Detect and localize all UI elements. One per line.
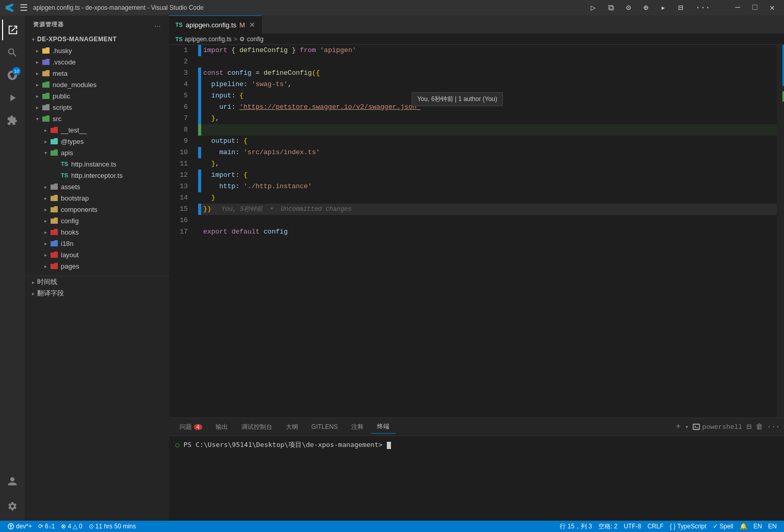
status-spaces[interactable]: 空格: 2 bbox=[595, 521, 620, 532]
sidebar-item-label: scripts bbox=[53, 104, 72, 111]
code-token: output bbox=[211, 136, 236, 147]
panel-dropdown-icon[interactable]: ▾ bbox=[685, 423, 689, 431]
chevron-right-icon: ▸ bbox=[41, 194, 50, 202]
sidebar-item-public[interactable]: ▸ public bbox=[25, 90, 169, 102]
close-button[interactable]: ✕ bbox=[765, 2, 779, 14]
sidebar-header: 资源管理器 ... bbox=[25, 15, 169, 34]
folder-open-icon bbox=[41, 114, 51, 123]
status-encoding[interactable]: UTF-8 bbox=[620, 521, 644, 532]
panel-tab-terminal[interactable]: 终端 bbox=[371, 420, 396, 434]
activity-explorer-icon[interactable] bbox=[2, 20, 23, 40]
tab-close-icon[interactable]: ✕ bbox=[249, 21, 255, 29]
sidebar-item-translation[interactable]: ▸ 翻译字段 bbox=[25, 288, 169, 299]
sidebar-item-node_modules[interactable]: ▸ node_modules bbox=[25, 79, 169, 90]
activity-run-icon[interactable] bbox=[2, 88, 23, 108]
sidebar-item-src[interactable]: ▾ src bbox=[25, 113, 169, 124]
activity-extensions-icon[interactable] bbox=[2, 110, 23, 131]
more-button[interactable]: ··· bbox=[691, 2, 714, 13]
sidebar-item-layout[interactable]: ▸ layout bbox=[25, 249, 169, 260]
sidebar-item-config[interactable]: ▸ config bbox=[25, 215, 169, 226]
panel-content[interactable]: ○ PS C:\Users\95141\Desktop\项目\de-xpos-m… bbox=[169, 436, 784, 521]
hamburger-menu-icon[interactable]: ☰ bbox=[20, 2, 28, 13]
code-line-16 bbox=[198, 215, 777, 226]
window-title: apipgen.config.ts - de-xpos-management -… bbox=[33, 4, 204, 11]
panel-actions: + ▾ powershell ⊟ 🗑 ··· bbox=[676, 422, 780, 432]
breadcrumb-ts-icon: TS bbox=[175, 36, 183, 42]
activity-account-icon[interactable] bbox=[2, 471, 23, 492]
panel-more-icon[interactable]: ··· bbox=[767, 423, 780, 431]
sidebar-item-scripts[interactable]: ▸ scripts bbox=[25, 102, 169, 113]
sidebar-item-http-instance[interactable]: ▸ TS http.instance.ts bbox=[25, 158, 169, 170]
tree-root[interactable]: ▾ DE-XPOS-MANAGEMENT bbox=[25, 34, 169, 45]
status-remote[interactable]: dev*+ bbox=[4, 521, 35, 532]
code-token: : bbox=[235, 136, 243, 147]
status-lang2[interactable]: EN bbox=[765, 521, 780, 532]
status-errors[interactable]: ⊗ 4 △ 0 bbox=[58, 521, 85, 532]
panel-tab-debug[interactable]: 调试控制台 bbox=[235, 421, 279, 434]
status-language[interactable]: { } TypeScript bbox=[666, 521, 709, 532]
layout-button2[interactable]: ⊙ bbox=[622, 2, 635, 14]
status-eol[interactable]: CRLF bbox=[644, 521, 666, 532]
sidebar-item-assets[interactable]: ▸ assets bbox=[25, 181, 169, 192]
sidebar-item-label: pages bbox=[61, 262, 79, 270]
panel-tab-output[interactable]: 输出 bbox=[209, 421, 234, 434]
sidebar-item-label: apis bbox=[61, 149, 73, 157]
breadcrumb-symbol[interactable]: config bbox=[247, 36, 264, 43]
tab-apipgen-config[interactable]: TS apipgen.config.ts M ✕ bbox=[169, 15, 262, 34]
code-line-3: const config = defineConfig ({ bbox=[198, 68, 777, 79]
status-sync[interactable]: ⟳ 6↓1 bbox=[35, 521, 58, 532]
code-line-8 bbox=[198, 124, 777, 136]
sidebar-item-meta[interactable]: ▸ meta bbox=[25, 68, 169, 79]
status-lang1[interactable]: EN bbox=[750, 521, 765, 532]
sidebar-item-bootstrap[interactable]: ▸ bootstrap bbox=[25, 192, 169, 204]
panel-tab-gitlens[interactable]: GITLENS bbox=[305, 421, 344, 433]
status-time[interactable]: ⊙ 11 hrs 50 mins bbox=[86, 521, 139, 532]
layout-button3[interactable]: ⊕ bbox=[639, 2, 652, 14]
sidebar-item-types[interactable]: ▸ @types bbox=[25, 136, 169, 147]
code-token bbox=[203, 90, 211, 102]
status-time-text: 11 hrs 50 mins bbox=[95, 523, 136, 530]
code-token: : bbox=[235, 147, 243, 158]
sidebar-more-button[interactable]: ... bbox=[155, 22, 161, 28]
panel-tab-comments[interactable]: 注释 bbox=[345, 421, 370, 434]
sidebar-item-pages[interactable]: ▸ pages bbox=[25, 260, 169, 272]
sidebar-item-components[interactable]: ▸ components bbox=[25, 204, 169, 215]
sidebar-item-http-interceptor[interactable]: ▸ TS http.interceptor.ts bbox=[25, 170, 169, 181]
layout-button1[interactable]: ⧉ bbox=[604, 2, 618, 14]
folder-icon bbox=[41, 57, 51, 66]
git-gutter-15 bbox=[198, 204, 201, 215]
chevron-right-icon: ▸ bbox=[41, 126, 50, 134]
sidebar-item-hooks[interactable]: ▸ hooks bbox=[25, 226, 169, 238]
activity-git-icon[interactable]: 10 bbox=[2, 65, 23, 86]
debug-run-button[interactable]: ▷ bbox=[586, 2, 600, 14]
sidebar-item-apis[interactable]: ▾ apis bbox=[25, 147, 169, 158]
status-position[interactable]: 行 15，列 3 bbox=[557, 521, 595, 532]
code-token bbox=[203, 158, 211, 170]
code-editor[interactable]: You, 6秒钟前 | 1 author (You) 1 2 3 4 5 6 7… bbox=[169, 45, 784, 418]
sidebar-item-i18n[interactable]: ▸ i18n bbox=[25, 238, 169, 249]
status-spell[interactable]: ✓ Spell bbox=[710, 521, 737, 532]
layout-button4[interactable]: ▸ bbox=[657, 2, 670, 14]
sidebar-item-label: .vscode bbox=[53, 58, 76, 66]
activity-search-icon[interactable] bbox=[2, 42, 23, 63]
chevron-right-icon: ▸ bbox=[33, 69, 41, 77]
sidebar-item-husky[interactable]: ▸ .husky bbox=[25, 45, 169, 56]
panel-tab-problems[interactable]: 问题 4 bbox=[173, 421, 208, 434]
panel-trash-icon[interactable]: 🗑 bbox=[756, 423, 763, 431]
code-token: 'https://petstore.swagger.io/v2/swagger.… bbox=[239, 102, 420, 113]
clock-icon: ⊙ bbox=[89, 523, 94, 530]
panel-tab-outline[interactable]: 大纲 bbox=[280, 421, 304, 434]
maximize-button[interactable]: □ bbox=[748, 2, 762, 13]
activity-settings-icon[interactable] bbox=[2, 496, 23, 517]
sidebar-item-timeline[interactable]: ▸ 时间线 bbox=[25, 276, 169, 288]
minimap[interactable] bbox=[777, 45, 784, 418]
panel-split-icon[interactable]: ⊟ bbox=[746, 422, 752, 432]
sidebar-item-test[interactable]: ▸ __test__ bbox=[25, 124, 169, 136]
status-notifications[interactable]: 🔔 bbox=[737, 521, 750, 532]
layout-button5[interactable]: ⊟ bbox=[674, 2, 688, 14]
folder-icon bbox=[50, 216, 59, 225]
panel-add-icon[interactable]: + bbox=[676, 422, 681, 431]
breadcrumb-filename[interactable]: apipgen.config.ts bbox=[185, 36, 232, 43]
sidebar-item-vscode[interactable]: ▸ .vscode bbox=[25, 56, 169, 68]
minimize-button[interactable]: ─ bbox=[731, 2, 744, 13]
